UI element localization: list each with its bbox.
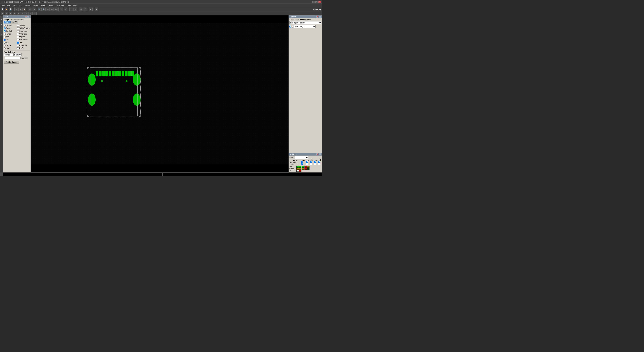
snap-button[interactable]: ⊞ [64,7,68,11]
new-button[interactable]: 📄 [1,7,4,11]
voids-checkbox[interactable] [17,27,19,29]
top-color-2[interactable] [299,166,302,168]
tb2-btn9[interactable]: ↕ [33,12,36,15]
drcerrors-checkbox[interactable] [17,39,19,41]
ratts-checkbox[interactable] [17,47,19,49]
add-line-button[interactable]: ╱ [70,7,73,11]
options-close-button[interactable]: × [319,16,321,18]
top-color-5[interactable] [307,166,310,168]
tb2-btn1[interactable]: ⊞ [1,12,4,15]
tb2-btn2[interactable]: ⊟ [5,12,8,15]
left-icon-4[interactable]: ◆ [0,23,3,26]
left-icon-8[interactable]: ⊕ [0,33,3,36]
lower-left-view[interactable] [3,173,163,176]
all-on-button[interactable]: All On [4,21,10,23]
cut-button[interactable]: ✂ [14,7,18,11]
tb2-btn5[interactable]: ⊗ [17,12,20,15]
add-shape-button[interactable]: △ [74,7,77,11]
lines-checkbox[interactable] [4,47,6,49]
othersegs-checkbox[interactable] [17,33,19,35]
left-icon-3[interactable]: ■ [0,21,3,23]
planes-via-cb[interactable] [306,163,308,165]
conductors-all-cb[interactable] [318,161,320,163]
maximize-button[interactable]: □ [315,1,318,3]
find-panel-pin-button[interactable]: 📌 [25,16,27,18]
top-color-3[interactable] [302,166,304,168]
top-color-1[interactable] [296,166,299,168]
copy-button[interactable]: ⎘ [18,7,22,11]
tb2-btn4[interactable]: ⊕ [13,12,16,15]
menu-shape[interactable]: Shape [39,4,46,7]
canvas-area[interactable] [31,15,288,172]
menu-add[interactable]: Add [18,4,23,7]
visibility-pin-button[interactable]: 📌 [316,153,318,155]
find-text-input[interactable] [5,57,20,59]
all-color-1[interactable] [296,170,299,172]
views-select[interactable] [295,156,308,159]
ratsnests-checkbox[interactable] [17,44,19,46]
undo-button[interactable]: ↩ [28,7,32,11]
planes-etch-cb[interactable] [301,163,303,165]
menu-help[interactable]: Help [72,4,78,7]
vias-checkbox[interactable] [4,42,6,43]
grid-button[interactable]: ⊹ [60,7,64,11]
visibility-close-button[interactable]: × [319,153,321,155]
left-icon-1[interactable]: ▲ [0,16,3,18]
tb2-btn3[interactable]: ⊠ [9,12,12,15]
redo-button[interactable]: ↪ [32,7,36,11]
symbols-checkbox[interactable] [4,30,6,32]
bottom-color-1[interactable] [296,168,299,170]
menu-layout[interactable]: Layout [47,4,54,7]
bottom-color-2[interactable] [299,168,302,170]
all-off-button[interactable]: All Off [11,21,18,23]
menu-edit[interactable]: Edit [6,4,11,7]
conductors-via-cb[interactable] [306,161,308,163]
place-text-button[interactable]: T [83,7,87,11]
conductors-etch-cb[interactable] [301,161,303,163]
paste-button[interactable]: 📋 [22,7,26,11]
subclass-checkbox2[interactable] [292,26,294,27]
tb2-btn8[interactable]: ↔ [29,12,32,15]
all-color-2[interactable] [299,170,302,172]
clinesegs-checkbox[interactable] [17,30,19,32]
pins-checkbox[interactable] [4,39,6,41]
left-icon-5[interactable]: ● [0,26,3,28]
tb2-btn6[interactable]: ⋯ [21,12,24,15]
planes-all-cb[interactable] [318,163,320,165]
planes-pin-cb[interactable] [310,163,312,165]
left-icon-7[interactable]: + [0,31,3,33]
menu-tools[interactable]: Tools [66,4,72,7]
close-button[interactable]: × [318,1,321,3]
menu-dimension[interactable]: Dimension [55,4,66,7]
subclass-checkbox[interactable] [289,26,291,27]
menu-view[interactable]: View [12,4,18,7]
comps-checkbox[interactable] [4,27,6,29]
run-button[interactable]: ▶ [94,7,98,11]
left-icon-2[interactable]: ▶ [0,18,3,21]
bottom-color-5[interactable] [307,168,310,170]
lower-viewport[interactable] [3,173,322,176]
menu-setup[interactable]: Setup [32,4,39,7]
conductors-drc-cb[interactable] [314,161,316,163]
groups-checkbox[interactable] [4,25,6,26]
functions-checkbox[interactable] [4,33,6,35]
check-button[interactable]: ✓ [89,7,92,11]
conductors-pin-cb[interactable] [310,161,312,163]
menu-display[interactable]: Display [24,4,32,7]
find-panel-close-button[interactable]: × [27,16,30,18]
place-pin-button[interactable]: ⊕ [79,7,83,11]
clines-checkbox[interactable] [4,44,6,46]
open-button[interactable]: 📂 [5,7,8,11]
left-icon-6[interactable]: ○ [0,28,3,31]
menu-file[interactable]: File [1,4,6,7]
figures-checkbox[interactable] [17,36,19,38]
planes-drc-cb[interactable] [314,163,316,165]
shapes-checkbox[interactable] [17,25,19,26]
subclass-select[interactable]: Silkscreen_Top Assembly_Top Courtyard_To… [294,25,316,28]
zoom-window-button[interactable]: ⊟ [50,7,54,11]
tb2-btn7[interactable]: ⋮ [25,12,28,15]
save-button[interactable]: 💾 [9,7,12,11]
bottom-color-4[interactable] [304,168,307,170]
find-by-query-button[interactable]: Find by Query... [4,61,19,63]
zoom-prev-button[interactable]: ⊠ [54,7,58,11]
